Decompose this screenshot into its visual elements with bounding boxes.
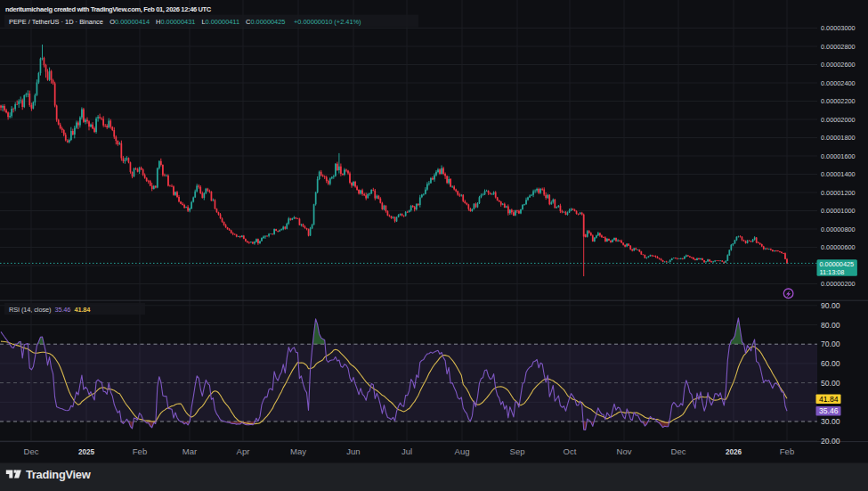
svg-text:41.84: 41.84 (819, 395, 839, 404)
svg-text:2025: 2025 (78, 448, 95, 456)
svg-text:90.00: 90.00 (821, 301, 840, 310)
svg-text:Dec: Dec (671, 446, 686, 456)
svg-text:0.00003000: 0.00003000 (821, 24, 856, 32)
svg-text:Feb: Feb (133, 446, 147, 456)
svg-text:Aug: Aug (455, 446, 470, 456)
svg-text:Dec: Dec (24, 446, 39, 456)
svg-text:60.00: 60.00 (821, 359, 840, 368)
svg-text:11:13:08: 11:13:08 (820, 268, 845, 276)
svg-text:0.00002800: 0.00002800 (821, 43, 856, 51)
svg-text:50.00: 50.00 (821, 379, 840, 388)
svg-text:0.00000600: 0.00000600 (821, 243, 856, 251)
svg-text:0.00001600: 0.00001600 (821, 152, 856, 160)
svg-text:0.00001400: 0.00001400 (821, 170, 856, 178)
svg-text:0.00002400: 0.00002400 (821, 79, 856, 87)
svg-text:70.00: 70.00 (821, 340, 840, 348)
svg-text:35.46: 35.46 (819, 406, 839, 415)
svg-text:0.00000200: 0.00000200 (821, 280, 856, 288)
svg-text:Nov: Nov (617, 446, 632, 456)
svg-text:0.00001000: 0.00001000 (821, 207, 856, 215)
svg-text:RSI (14, close)35.4641.84: RSI (14, close)35.4641.84 (9, 306, 91, 314)
svg-text:2026: 2026 (726, 448, 742, 456)
svg-text:Sep: Sep (510, 446, 525, 456)
svg-text:0.00001200: 0.00001200 (821, 189, 856, 197)
svg-text:Jul: Jul (402, 446, 412, 456)
svg-text:Jun: Jun (346, 446, 360, 456)
svg-text:0.00000800: 0.00000800 (821, 225, 856, 233)
svg-text:0.00002000: 0.00002000 (821, 116, 856, 124)
svg-text:Feb: Feb (780, 446, 794, 456)
svg-text:May: May (290, 446, 306, 456)
svg-text:PEPE / TetherUS · 1D · Binance: PEPE / TetherUS · 1D · BinanceO0.0000041… (9, 18, 361, 26)
svg-text:20.00: 20.00 (821, 437, 840, 446)
svg-text:Mar: Mar (183, 446, 197, 456)
svg-text:0.00002200: 0.00002200 (821, 97, 856, 105)
svg-text:80.00: 80.00 (821, 321, 840, 330)
svg-text:nderitumichaelg created with T: nderitumichaelg created with TradingView… (5, 5, 212, 13)
svg-text:30.00: 30.00 (821, 417, 840, 426)
svg-text:0.00002600: 0.00002600 (821, 61, 856, 69)
svg-text:TradingView: TradingView (26, 468, 92, 481)
svg-text:0.00001800: 0.00001800 (821, 134, 856, 142)
svg-text:Oct: Oct (564, 446, 577, 456)
svg-text:Apr: Apr (237, 446, 250, 456)
